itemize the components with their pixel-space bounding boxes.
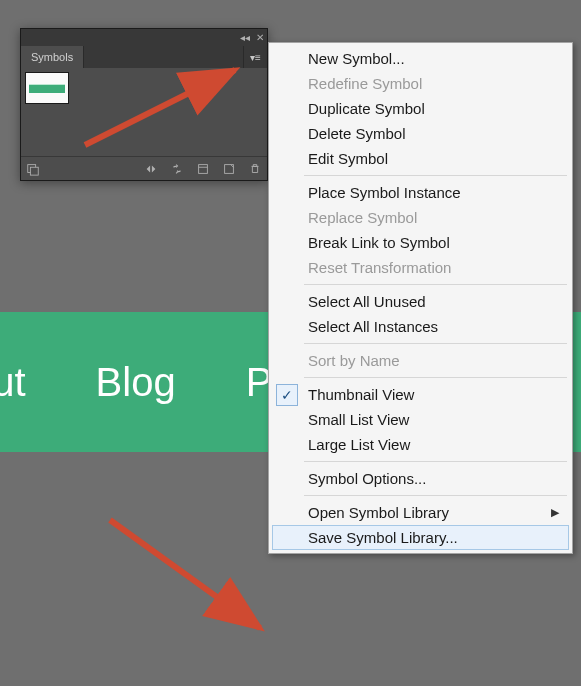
- panel-tab-symbols[interactable]: Symbols: [21, 46, 84, 68]
- panel-flyout-menu-button[interactable]: ▾≡: [243, 46, 267, 68]
- menu-item-label: Select All Unused: [308, 293, 426, 310]
- menu-item[interactable]: Select All Unused: [272, 289, 569, 314]
- checkmark-icon: ✓: [276, 384, 298, 406]
- svg-line-6: [110, 520, 260, 628]
- menu-item[interactable]: Large List View: [272, 432, 569, 457]
- menu-item[interactable]: Edit Symbol: [272, 146, 569, 171]
- menu-item-label: Duplicate Symbol: [308, 100, 425, 117]
- menu-item[interactable]: Duplicate Symbol: [272, 96, 569, 121]
- menu-separator: [304, 495, 567, 496]
- svg-rect-1: [30, 167, 38, 175]
- symbol-preview: [29, 84, 65, 93]
- flyout-menu-icon: ▾≡: [250, 52, 261, 63]
- panel-tab-label: Symbols: [31, 51, 73, 63]
- menu-separator: [304, 461, 567, 462]
- menu-item: Replace Symbol: [272, 205, 569, 230]
- menu-item-label: Symbol Options...: [308, 470, 426, 487]
- menu-separator: [304, 343, 567, 344]
- panel-tabs: Symbols ▾≡: [21, 46, 267, 68]
- menu-item-label: New Symbol...: [308, 50, 405, 67]
- menu-item[interactable]: New Symbol...: [272, 46, 569, 71]
- submenu-arrow-icon: ▶: [551, 506, 559, 519]
- library-menu-icon[interactable]: [25, 161, 41, 177]
- menu-item[interactable]: Open Symbol Library▶: [272, 500, 569, 525]
- svg-rect-2: [199, 164, 208, 173]
- menu-item-label: Select All Instances: [308, 318, 438, 335]
- menu-item-label: Reset Transformation: [308, 259, 451, 276]
- panel-titlebar: ◂◂ ✕: [21, 29, 267, 46]
- new-symbol-icon[interactable]: [221, 161, 237, 177]
- collapse-icon[interactable]: ◂◂: [240, 32, 250, 43]
- menu-item-label: Save Symbol Library...: [308, 529, 458, 546]
- break-link-icon[interactable]: [169, 161, 185, 177]
- symbols-panel: ◂◂ ✕ Symbols ▾≡: [20, 28, 268, 181]
- menu-item-label: Large List View: [308, 436, 410, 453]
- place-instance-icon[interactable]: [143, 161, 159, 177]
- menu-item-label: Place Symbol Instance: [308, 184, 461, 201]
- menu-item-label: Delete Symbol: [308, 125, 406, 142]
- menu-item[interactable]: Place Symbol Instance: [272, 180, 569, 205]
- menu-item: Sort by Name: [272, 348, 569, 373]
- menu-item-label: Redefine Symbol: [308, 75, 422, 92]
- annotation-arrow-icon: [100, 510, 290, 660]
- panel-footer: [21, 156, 267, 180]
- menu-item: Redefine Symbol: [272, 71, 569, 96]
- menu-item-label: Small List View: [308, 411, 409, 428]
- nav-item[interactable]: out: [0, 360, 26, 405]
- menu-item[interactable]: Delete Symbol: [272, 121, 569, 146]
- menu-item-label: Open Symbol Library: [308, 504, 449, 521]
- menu-separator: [304, 377, 567, 378]
- close-icon[interactable]: ✕: [256, 32, 264, 43]
- menu-item[interactable]: Select All Instances: [272, 314, 569, 339]
- delete-symbol-icon[interactable]: [247, 161, 263, 177]
- menu-item[interactable]: Symbol Options...: [272, 466, 569, 491]
- menu-item[interactable]: Small List View: [272, 407, 569, 432]
- menu-item-label: Edit Symbol: [308, 150, 388, 167]
- nav-item[interactable]: Blog: [96, 360, 176, 405]
- menu-item-label: Thumbnail View: [308, 386, 414, 403]
- menu-item[interactable]: Save Symbol Library...: [272, 525, 569, 550]
- symbol-thumbnail[interactable]: [25, 72, 69, 104]
- menu-item: Reset Transformation: [272, 255, 569, 280]
- symbol-options-icon[interactable]: [195, 161, 211, 177]
- symbols-flyout-menu: New Symbol...Redefine SymbolDuplicate Sy…: [268, 42, 573, 554]
- menu-separator: [304, 175, 567, 176]
- menu-item[interactable]: Break Link to Symbol: [272, 230, 569, 255]
- menu-item-label: Sort by Name: [308, 352, 400, 369]
- menu-separator: [304, 284, 567, 285]
- menu-item-label: Replace Symbol: [308, 209, 417, 226]
- panel-body[interactable]: [21, 68, 267, 156]
- menu-item-label: Break Link to Symbol: [308, 234, 450, 251]
- menu-item[interactable]: ✓Thumbnail View: [272, 382, 569, 407]
